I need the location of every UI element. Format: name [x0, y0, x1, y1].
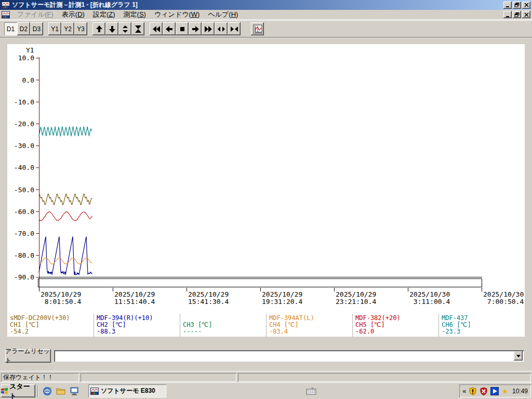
alarm-row: アラームリセット — [0, 348, 532, 364]
minimize-icon — [506, 3, 510, 7]
arrow-down-icon — [108, 25, 116, 33]
x-tick-label: 2025/10/29 11:51:40.4 — [114, 291, 155, 305]
menu-window[interactable]: ウィンドウ(W) — [150, 9, 204, 20]
taskbar-app-button[interactable]: ソフトサーモ E830 — [88, 384, 166, 397]
series-ch2 — [39, 236, 92, 275]
d3-button[interactable]: D3 — [30, 22, 43, 35]
desktop: ソフトサーモ計測－計測1 - [折れ線グラフ 1] — [0, 0, 532, 399]
menu-measure[interactable]: 測定(S) — [119, 9, 150, 20]
x-tick-label: 2025/10/30 7:00:50.4 — [483, 291, 524, 305]
status-message: 保存ウェイト！！ — [1, 373, 79, 382]
alarm-reset-button[interactable]: アラームリセット — [5, 349, 51, 363]
series-ch5 — [39, 212, 92, 221]
channel-value: ----- — [183, 328, 266, 335]
tray-chevron[interactable]: « — [462, 387, 466, 395]
start-button[interactable]: スタート — [1, 384, 35, 397]
x-tick-label: 2025/10/29 19:31:20.4 — [262, 291, 302, 305]
menu-view[interactable]: 表示(D) — [58, 9, 89, 20]
expand-vertical-icon — [121, 25, 129, 33]
menu-settings[interactable]: 設定(Z) — [89, 9, 119, 20]
rewind-button[interactable] — [150, 22, 163, 35]
combobox-dropdown-button[interactable] — [514, 351, 523, 361]
series-ch1 — [39, 194, 92, 205]
y-tick-label: 0.0 — [7, 76, 34, 84]
keyboard-icon[interactable] — [306, 388, 316, 395]
scroll-down-button[interactable] — [105, 22, 118, 35]
taskbar-separator — [37, 385, 38, 397]
restore-icon — [514, 3, 520, 7]
step-left-button[interactable] — [163, 22, 176, 35]
d1-button[interactable]: D1 — [4, 22, 17, 35]
x-tick-label: 2025/10/29 15:41:30.4 — [188, 291, 229, 305]
y-tick-label: -20.0 — [7, 120, 34, 128]
security-error-icon[interactable] — [480, 387, 488, 395]
task-label: ソフトサーモ E830 — [101, 387, 155, 395]
stop-icon — [178, 25, 187, 33]
window-title: ソフトサーモ計測－計測1 - [折れ線グラフ 1] — [12, 1, 503, 9]
y-tick-label: -40.0 — [7, 164, 34, 171]
menu-help[interactable]: ヘルプ(H) — [204, 9, 242, 20]
d2-button[interactable]: D2 — [17, 22, 30, 35]
media-player-icon[interactable] — [490, 387, 499, 395]
y1-button[interactable]: Y1 — [48, 22, 61, 35]
y3-button[interactable]: Y3 — [74, 22, 87, 35]
expand-horizontal-icon — [217, 25, 225, 33]
start-label: スタート — [9, 382, 35, 399]
compress-vertical-icon — [134, 25, 142, 33]
arrow-up-icon — [95, 25, 103, 33]
security-alert-icon[interactable] — [469, 387, 477, 395]
y-tick-label: -70.0 — [7, 230, 34, 237]
channel-value: -88.3 — [97, 328, 180, 335]
y2-button[interactable]: Y2 — [61, 22, 74, 35]
line-graph-icon — [253, 24, 262, 34]
toolbar: D1 D2 D3 Y1 Y2 Y3 — [0, 20, 532, 37]
window-titlebar: ソフトサーモ計測－計測1 - [折れ線グラフ 1] — [0, 0, 532, 10]
system-tray: « ★ 10:49 — [459, 384, 531, 397]
y-tick-label: -80.0 — [7, 251, 34, 259]
step-right-button[interactable] — [189, 22, 202, 35]
channel-readout-ch4: MDF-394AT(L) CH4 [℃] -83.4 — [266, 314, 352, 337]
line-chart[interactable] — [7, 44, 525, 314]
child-restore-button[interactable] — [513, 11, 521, 18]
graph-window: Y1 10.00.0-10.0-20.0-30.0-40.0-50.0-60.0… — [0, 37, 532, 370]
graph-mode-button[interactable] — [251, 22, 264, 35]
compress-vertical-button[interactable] — [131, 22, 144, 35]
y-tick-label: -60.0 — [7, 208, 34, 216]
stop-button[interactable] — [176, 22, 189, 35]
document-icon — [2, 11, 10, 19]
y-tick-label: 10.0 — [7, 54, 34, 62]
chart-panel: Y1 10.00.0-10.0-20.0-30.0-40.0-50.0-60.0… — [7, 44, 525, 314]
arrow-left-icon — [165, 25, 174, 33]
expand-horizontal-button[interactable] — [215, 22, 228, 35]
child-minimize-button[interactable] — [503, 11, 512, 18]
fast-forward-button[interactable] — [202, 22, 215, 35]
compress-horizontal-button[interactable] — [228, 22, 241, 35]
restore-button[interactable] — [513, 2, 521, 9]
child-close-button[interactable] — [522, 11, 530, 18]
app-icon — [2, 2, 10, 9]
channel-value: -23.3 — [442, 328, 525, 335]
x-tick-label: 2025/10/29 8:01:50.4 — [41, 291, 81, 305]
close-icon — [524, 12, 529, 17]
desktop-icon[interactable] — [70, 387, 79, 395]
windows-logo-icon — [1, 388, 8, 394]
rewind-icon — [152, 25, 161, 33]
scroll-up-button[interactable] — [92, 22, 105, 35]
menu-file[interactable]: ファイル(F) — [13, 9, 58, 20]
minimize-button[interactable] — [503, 2, 512, 9]
status-pane-3 — [238, 373, 531, 382]
close-button[interactable] — [522, 2, 530, 9]
fast-forward-icon — [204, 25, 212, 33]
y-tick-label: -90.0 — [7, 273, 34, 281]
channel-value: -83.4 — [269, 328, 352, 335]
series-ch6 — [39, 126, 92, 136]
expand-vertical-button[interactable] — [118, 22, 131, 35]
alarm-combobox[interactable] — [54, 350, 524, 362]
folder-icon[interactable] — [56, 387, 65, 395]
y-tick-label: -30.0 — [7, 142, 34, 150]
channel-readout-ch2: MDF-394(R)(+10) CH2 [℃] -88.3 — [94, 314, 180, 337]
channel-readout-ch1: sMDF-DC200V(+30) CH1 [℃] -54.2 — [7, 314, 94, 337]
star-icon[interactable]: ★ — [501, 387, 508, 395]
channel-panel: sMDF-DC200V(+30) CH1 [℃] -54.2 MDF-394(R… — [7, 314, 525, 337]
internet-explorer-icon[interactable] — [43, 387, 52, 396]
